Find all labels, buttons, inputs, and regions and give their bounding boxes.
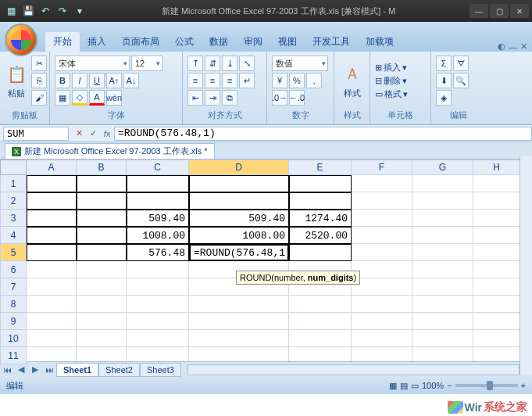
cell[interactable] (27, 313, 77, 330)
cell-D3[interactable]: 509.40 (189, 210, 289, 227)
cell[interactable] (127, 175, 189, 192)
row-header-7[interactable]: 7 (0, 278, 27, 296)
cell[interactable] (27, 347, 77, 361)
cancel-formula-icon[interactable]: ✕ (72, 127, 86, 141)
cell[interactable] (289, 330, 352, 347)
indent-inc-icon[interactable]: ⇥ (205, 90, 220, 106)
font-size-combo[interactable]: 12 (131, 56, 162, 71)
dec-decimal-icon[interactable]: ←.0 (289, 90, 305, 106)
cell[interactable] (127, 347, 189, 361)
tab-formulas[interactable]: 公式 (167, 32, 202, 52)
bold-button[interactable]: B (55, 73, 70, 88)
cell[interactable] (473, 227, 520, 244)
cell[interactable] (473, 296, 520, 313)
merge-icon[interactable]: ⧉ (222, 90, 237, 106)
cell[interactable] (473, 330, 520, 347)
cell[interactable] (412, 278, 473, 296)
tab-addins[interactable]: 加载项 (358, 32, 402, 52)
row-header-11[interactable]: 11 (0, 347, 27, 364)
orientation-icon[interactable]: ⤡ (239, 56, 255, 71)
cell[interactable] (27, 210, 77, 227)
cell[interactable] (77, 313, 127, 330)
cell[interactable] (77, 296, 127, 313)
sheet-nav-prev-icon[interactable]: ◀ (14, 364, 28, 376)
comma-icon[interactable]: , (306, 73, 322, 88)
mdi-close-icon[interactable]: ✕ (520, 41, 527, 52)
cell-E4[interactable]: 2520.00 (289, 227, 352, 244)
tab-review[interactable]: 审阅 (236, 32, 270, 52)
cell[interactable] (289, 175, 352, 192)
cell[interactable] (352, 261, 412, 278)
cell[interactable] (352, 313, 412, 330)
sheet-tab-3[interactable]: Sheet3 (140, 363, 181, 377)
find-icon[interactable]: 🔍 (453, 73, 469, 88)
cell-D4[interactable]: 1008.00 (189, 227, 289, 244)
cell[interactable] (77, 192, 127, 210)
number-format-combo[interactable]: 数值 (272, 56, 328, 71)
font-family-combo[interactable]: 宋体 (55, 56, 130, 71)
zoom-in-icon[interactable]: + (521, 381, 526, 390)
styles-button[interactable]: Ａ 样式 (339, 53, 365, 108)
cell[interactable] (127, 296, 189, 313)
col-header-H[interactable]: H (473, 160, 520, 175)
cell[interactable] (127, 313, 189, 330)
cell[interactable] (27, 261, 77, 278)
indent-dec-icon[interactable]: ⇤ (187, 90, 203, 106)
cell[interactable] (412, 261, 473, 278)
sheet-nav-first-icon[interactable]: ⏮ (0, 364, 14, 376)
cut-icon[interactable]: ✂ (31, 56, 47, 71)
cell[interactable] (352, 347, 412, 361)
cell[interactable] (189, 296, 289, 313)
cell[interactable] (289, 347, 352, 361)
view-layout-icon[interactable]: ▤ (400, 381, 408, 391)
formula-input[interactable]: =ROUND(576.48,1) (114, 127, 532, 141)
cell[interactable] (27, 227, 77, 244)
cell[interactable] (127, 278, 189, 296)
borders-icon[interactable]: ▦ (55, 90, 70, 106)
zoom-level[interactable]: 100% (422, 381, 444, 390)
undo-icon[interactable]: ↶ (37, 3, 53, 19)
cell[interactable] (473, 347, 520, 361)
grow-font-icon[interactable]: A↑ (106, 73, 122, 88)
cell[interactable] (289, 313, 352, 330)
cell[interactable] (473, 244, 520, 261)
cell[interactable] (352, 175, 412, 192)
cell[interactable] (289, 244, 352, 261)
cell-C4[interactable]: 1008.00 (127, 227, 189, 244)
enter-formula-icon[interactable]: ✓ (86, 127, 100, 141)
cell[interactable] (27, 192, 77, 210)
workbook-tab[interactable]: X 新建 Microsoft Office Excel 97-2003 工作表.… (5, 143, 215, 159)
cell[interactable] (77, 244, 127, 261)
cell[interactable] (27, 330, 77, 347)
tab-layout[interactable]: 页面布局 (114, 32, 167, 52)
cell[interactable] (27, 244, 77, 261)
cell[interactable] (77, 347, 127, 361)
maximize-button[interactable]: ▢ (490, 4, 509, 18)
align-right-icon[interactable]: ≡ (222, 73, 237, 88)
col-header-F[interactable]: F (352, 160, 412, 175)
fx-icon[interactable]: fx (100, 127, 114, 141)
row-header-9[interactable]: 9 (0, 313, 27, 330)
cell[interactable] (127, 192, 189, 210)
view-break-icon[interactable]: ▭ (411, 381, 419, 391)
row-header-2[interactable]: 2 (0, 192, 27, 210)
cell[interactable] (27, 175, 77, 192)
underline-button[interactable]: U (89, 73, 105, 88)
col-header-G[interactable]: G (412, 160, 473, 175)
sheet-tab-2[interactable]: Sheet2 (98, 363, 140, 377)
cell[interactable] (289, 296, 352, 313)
cell[interactable] (412, 244, 473, 261)
minimize-button[interactable]: — (470, 4, 488, 18)
tab-insert[interactable]: 插入 (80, 32, 114, 52)
cells-insert-button[interactable]: ⊞插入▾ (375, 62, 426, 74)
row-header-6[interactable]: 6 (0, 261, 27, 278)
cell[interactable] (412, 330, 473, 347)
office-button[interactable] (5, 23, 37, 56)
cell[interactable] (352, 227, 412, 244)
cells-format-button[interactable]: ▭格式▾ (375, 88, 426, 100)
cells-delete-button[interactable]: ⊟删除▾ (375, 75, 426, 87)
fill-color-icon[interactable]: ◇ (72, 90, 87, 106)
col-header-A[interactable]: A (27, 160, 77, 175)
vertical-scrollbar[interactable] (520, 156, 532, 375)
cell[interactable] (189, 192, 289, 210)
